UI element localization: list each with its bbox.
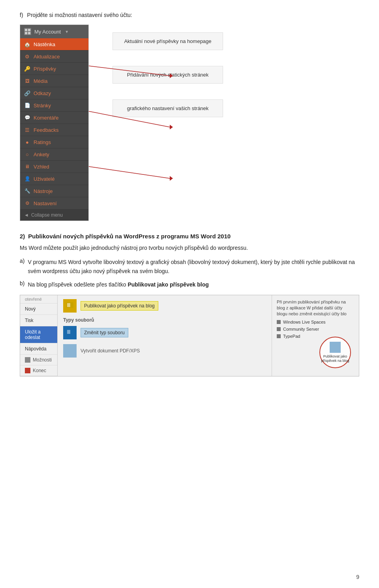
word-right-text: Při prvním publikování příspěvku na blog… (277, 299, 354, 317)
list-bullet-1 (277, 320, 281, 324)
svg-rect-2 (25, 32, 27, 34)
menu-item-komentare[interactable]: 💬 Komentáře (20, 112, 88, 124)
svg-rect-11 (67, 303, 70, 307)
word-menu-konec-label: Konec (33, 368, 46, 373)
word-right-label-3: TypePad (283, 334, 300, 339)
word-screenshot: otevřené Nový Tisk Uložit a odeslat Nápo… (20, 295, 359, 376)
word-center-zmenit-label: Změnit typ souboru (81, 328, 128, 337)
svg-line-8 (89, 167, 170, 178)
publish-blog-icon (63, 299, 77, 313)
menu-item-ankety[interactable]: ○ Ankety (20, 148, 88, 161)
menu-item-nastenkya[interactable]: 🏠 Nástěnka (20, 38, 88, 51)
word-menu-novy[interactable]: Nový (20, 303, 57, 315)
callout-box-2: Přidávání nových statických stránek (113, 66, 223, 84)
ratings-icon: ● (24, 139, 30, 145)
word-menu-otevrene: otevřené (20, 295, 57, 303)
intro-text: Projděte si možnosti nastavení svého účt… (27, 12, 132, 18)
item-a-text: V programu MS Word vytvořte libovolný te… (28, 258, 359, 275)
menu-label-aktualizace: Aktualizace (34, 54, 84, 60)
settings-icon: ⚙ (24, 200, 30, 206)
section2-title: Publikování nových příspěvků na WordPres… (28, 233, 231, 240)
menu-label-nastroje: Nástroje (34, 188, 84, 194)
callout-text-3: grafického nastavení vašich stránek (127, 105, 209, 111)
word-menu-konec[interactable]: Konec (20, 365, 57, 376)
wp-admin-menu: My Account ▼ 🏠 Nástěnka ⚙ Aktualizace 🔑 … (20, 24, 89, 221)
svg-rect-3 (28, 32, 30, 34)
wp-screenshot-area: My Account ▼ 🏠 Nástěnka ⚙ Aktualizace 🔑 … (20, 24, 359, 221)
change-type-icon (63, 326, 77, 339)
links-icon: 🔗 (24, 90, 30, 96)
menu-label-vzhled: Vzhled (34, 164, 84, 170)
feedbacks-icon: ☰ (24, 127, 30, 133)
word-right-label-1: Windows Live Spaces (283, 320, 326, 324)
menu-item-media[interactable]: 🖼 Média (20, 75, 88, 87)
word-menu-ulozit[interactable]: Uložit a odeslat (20, 326, 57, 343)
page-number: 9 (356, 574, 359, 580)
word-center-zmenit-typ[interactable]: Změnit typ souboru (63, 326, 266, 339)
menu-item-ratings[interactable]: ● Ratings (20, 136, 88, 148)
callout-text-1: Aktuální nové příspěvky na homepage (124, 38, 211, 44)
menu-label-odkazy: Odkazy (34, 90, 84, 96)
section2-header: 2) Publikování nových příspěvků na WordP… (20, 233, 359, 240)
circle-inner: Publikovat jako příspěvek na blog (320, 342, 350, 363)
menu-item-nastaveni[interactable]: ⚙ Nastavení (20, 197, 88, 210)
ankety-icon: ○ (24, 151, 30, 157)
word-menu-napoveda[interactable]: Nápověda (20, 343, 57, 355)
item-b-bold: Publikovat jako příspěvek blog (128, 281, 208, 288)
circle-blog-icon (330, 342, 341, 353)
home-icon: 🏠 (24, 41, 30, 47)
item-b-before-bold: Na blog příspěvek odešlete přes tlačítko (28, 281, 128, 288)
menu-item-uzivatele[interactable]: 👤 Uživatelé (20, 173, 88, 185)
menu-item-aktualizace[interactable]: ⚙ Aktualizace (20, 51, 88, 63)
word-left-menu: otevřené Nový Tisk Uložit a odeslat Nápo… (20, 295, 58, 376)
menu-item-odkazy[interactable]: 🔗 Odkazy (20, 87, 88, 99)
collapse-label: Collapse menu (31, 212, 63, 218)
svg-marker-7 (170, 125, 173, 129)
menu-label-media: Média (34, 78, 84, 84)
posts-icon: 🔑 (24, 66, 30, 72)
section2-body: Ms Word můžete použít jako jednoduchý ná… (20, 243, 359, 252)
menu-item-stranky[interactable]: 📄 Stránky (20, 99, 88, 112)
word-center-pdf[interactable]: Vytvořit dokument PDF/XPS (63, 344, 266, 358)
callout-box-1: Aktuální nové příspěvky na homepage (113, 32, 223, 50)
menu-item-vzhled[interactable]: 🖥 Vzhled (20, 161, 88, 173)
menu-label-ratings: Ratings (34, 139, 84, 145)
word-right-item-2: Community Server (277, 327, 354, 331)
appearance-icon: 🖥 (24, 163, 30, 170)
svg-rect-15 (332, 344, 339, 349)
callouts-area: Aktuální nové příspěvky na homepage Přid… (89, 24, 359, 125)
media-icon: 🖼 (24, 78, 30, 84)
circle-label: Publikovat jako příspěvek na blog (320, 354, 350, 363)
item-b-text: Na blog příspěvek odešlete přes tlačítko… (28, 280, 208, 289)
menu-item-nastroje[interactable]: 🔧 Nástroje (20, 185, 88, 197)
exit-icon (25, 368, 30, 373)
word-center-pdf-label: Vytvořit dokument PDF/XPS (81, 348, 140, 354)
section2-item-b: b) Na blog příspěvek odešlete přes tlačí… (20, 280, 359, 289)
svg-rect-14 (66, 347, 73, 353)
word-right-item-3: TypePad (277, 334, 354, 339)
menu-label-uzivatele: Uživatelé (34, 176, 84, 182)
word-menu-moznosti-label: Možnosti (33, 357, 52, 363)
menu-label-nastenkya: Nástěnka (34, 41, 84, 47)
word-right-item-1: Windows Live Spaces (277, 320, 354, 324)
word-center-typy-header: Typy souborů (63, 317, 266, 323)
item-a-letter: a) (20, 258, 24, 275)
list-bullet-3 (277, 334, 281, 338)
menu-item-feedbacks[interactable]: ☰ Feedbacks (20, 124, 88, 136)
users-icon: 👤 (24, 176, 30, 182)
word-right-area: Při prvním publikování příspěvku na blog… (272, 295, 359, 376)
callout-box-3: grafického nastavení vašich stránek (113, 99, 223, 117)
list-bullet-2 (277, 327, 281, 331)
word-menu-moznosti[interactable]: Možnosti (20, 355, 57, 365)
word-center-publikovat[interactable]: Publikovat jako příspěvek na blog (63, 299, 266, 313)
pdf-icon (63, 344, 77, 358)
menu-label-komentare: Komentáře (34, 115, 84, 121)
svg-rect-0 (25, 29, 27, 31)
callout-text-2: Přidávání nových statických stránek (127, 72, 209, 78)
section-letter-f: f) (20, 12, 23, 18)
word-menu-tisk[interactable]: Tisk (20, 315, 57, 326)
item-b-letter: b) (20, 280, 24, 289)
collapse-menu[interactable]: ◄ Collapse menu (20, 210, 88, 221)
my-account-label: My Account (34, 29, 61, 35)
menu-item-prispevky[interactable]: 🔑 Příspěvky (20, 63, 88, 75)
